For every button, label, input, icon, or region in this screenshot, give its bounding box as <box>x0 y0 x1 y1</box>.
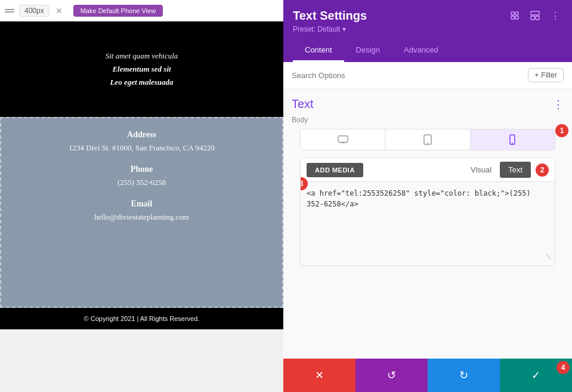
text-tab[interactable]: Text <box>500 162 531 178</box>
code-editor[interactable]: <a href="tel:2553526258" style="color: b… <box>301 182 555 266</box>
editor-area: ADD MEDIA Visual Text 2 3 <box>300 158 555 266</box>
top-bar: 400px ✕ Make Default Phone View <box>0 0 283 21</box>
desktop-device-btn[interactable] <box>301 129 385 150</box>
cancel-button[interactable]: ✕ <box>283 359 355 392</box>
tab-content[interactable]: Content <box>293 39 344 62</box>
preview-text-section: Sit amet quam vehicula Elementum sed sit… <box>0 21 283 117</box>
resize-handle[interactable] <box>5 9 14 13</box>
preview-panel: 400px ✕ Make Default Phone View Sit amet… <box>0 0 283 392</box>
svg-rect-5 <box>531 16 534 20</box>
title-row: Text Settings <box>293 8 562 23</box>
svg-rect-0 <box>511 12 514 15</box>
more-icon[interactable]: ⋮ <box>548 8 562 23</box>
layout-icon[interactable] <box>528 8 542 23</box>
make-default-button[interactable]: Make Default Phone View <box>73 5 163 17</box>
preset-label[interactable]: Preset: Default ▾ <box>293 25 562 33</box>
undo-button[interactable]: ↺ <box>355 359 428 392</box>
width-badge: 400px <box>19 5 50 17</box>
device-selector <box>300 129 555 150</box>
code-content: <a href="tel:2553526258" style="color: b… <box>307 189 531 208</box>
svg-rect-1 <box>515 12 518 15</box>
svg-point-13 <box>512 143 513 144</box>
filter-button[interactable]: + Filter <box>528 68 564 82</box>
header-icons: ⋮ <box>508 8 562 23</box>
email-label: Email <box>25 199 258 209</box>
editor-tabs: Visual Text <box>462 162 531 178</box>
svg-rect-2 <box>511 16 514 19</box>
body-label: Body <box>283 116 572 129</box>
focus-icon[interactable] <box>508 8 522 23</box>
footer-text: © Copyright 2021 | All Rights Reserved. <box>84 315 200 322</box>
svg-rect-4 <box>531 11 539 15</box>
settings-title: Text Settings <box>293 9 367 23</box>
bottom-bar: ✕ ↺ ↻ ✓ 4 <box>283 359 572 392</box>
search-bar: + Filter <box>283 62 572 89</box>
tab-advanced[interactable]: Advanced <box>392 39 450 62</box>
svg-rect-3 <box>515 16 518 19</box>
address-block: Address 1234 Divi St. #1000, San Francis… <box>25 130 258 153</box>
resize-corner-icon[interactable]: ⤡ <box>545 251 552 263</box>
email-value: hello@diviestateplanning.com <box>25 212 258 222</box>
settings-panel: Text Settings <box>283 0 572 392</box>
add-media-button[interactable]: ADD MEDIA <box>307 163 363 177</box>
section-more-icon[interactable]: ⋮ <box>553 98 564 111</box>
tab-design[interactable]: Design <box>344 39 392 62</box>
footer-bar: © Copyright 2021 | All Rights Reserved. <box>0 308 283 329</box>
address-label: Address <box>25 130 258 140</box>
section-title: Text <box>292 97 314 111</box>
filter-icon: + <box>534 71 539 79</box>
preview-line-1: Sit amet quam vehicula <box>106 50 178 63</box>
preview-line-3: Leo eget malesuada <box>110 76 173 89</box>
search-input[interactable] <box>292 71 523 80</box>
save-button[interactable]: ✓ 4 <box>500 359 572 392</box>
tabs: Content Design Advanced <box>293 39 562 62</box>
svg-rect-7 <box>338 136 348 143</box>
chevron-down-icon: ▾ <box>342 25 346 33</box>
editor-wrapper: ADD MEDIA Visual Text 2 3 <box>292 158 564 266</box>
redo-button[interactable]: ↻ <box>428 359 500 392</box>
preview-line-2: Elementum sed sit <box>112 63 171 76</box>
phone-device-btn[interactable] <box>471 129 555 150</box>
badge-1: 1 <box>555 124 568 137</box>
editor-toolbar: ADD MEDIA Visual Text 2 <box>301 158 555 182</box>
settings-header: Text Settings <box>283 0 572 62</box>
svg-point-11 <box>427 143 428 144</box>
tablet-device-btn[interactable] <box>385 129 470 150</box>
svg-rect-6 <box>536 16 539 20</box>
width-value: 400px <box>24 7 44 15</box>
phone-label: Phone <box>25 165 258 174</box>
badge-4: 4 <box>556 361 570 374</box>
contact-section: Address 1234 Divi St. #1000, San Francis… <box>0 117 283 308</box>
email-block: Email hello@diviestateplanning.com <box>25 199 258 222</box>
settings-body: + Filter Text ⋮ Body <box>283 62 572 359</box>
code-area-wrapper: 3 <a href="tel:2553526258" style="color:… <box>301 182 555 266</box>
visual-tab[interactable]: Visual <box>462 162 500 178</box>
close-button[interactable]: ✕ <box>54 6 64 16</box>
section-title-row: Text ⋮ <box>283 89 572 116</box>
phone-block: Phone (255) 352-6258 <box>25 165 258 187</box>
device-selector-wrapper: 1 <box>292 129 564 150</box>
phone-value: (255) 352-6258 <box>25 178 258 187</box>
badge-2: 2 <box>536 163 549 177</box>
address-value: 1234 Divi St. #1000, San Francisco, CA 9… <box>25 143 258 153</box>
